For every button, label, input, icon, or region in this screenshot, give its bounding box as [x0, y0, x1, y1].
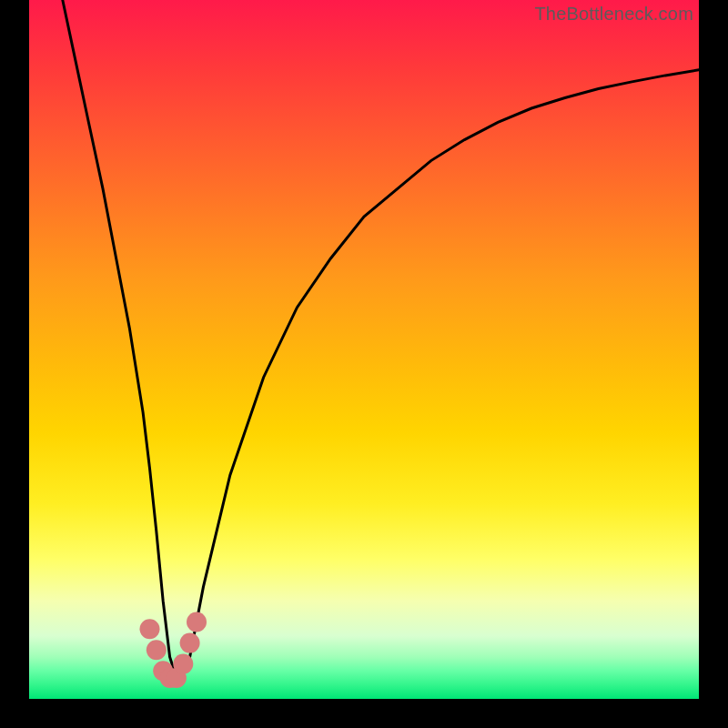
data-marker — [180, 633, 200, 653]
marker-group — [140, 612, 207, 689]
data-marker — [173, 654, 193, 674]
watermark-text: TheBottleneck.com — [534, 4, 693, 25]
markers-svg — [29, 0, 699, 699]
data-marker — [187, 612, 207, 632]
data-marker — [140, 619, 160, 639]
data-marker — [147, 640, 167, 660]
